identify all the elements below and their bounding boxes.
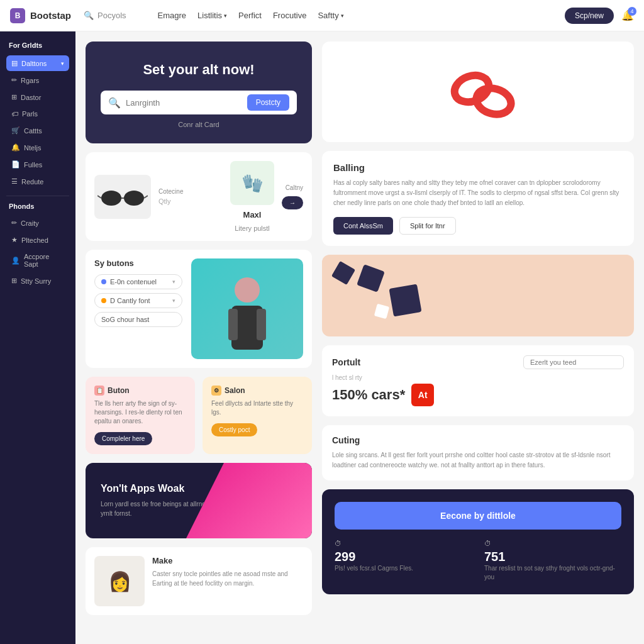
geo-shape-3 [374,304,389,319]
geo-shape-4 [331,261,355,285]
nav-item-perfict[interactable]: Perfict [238,11,262,20]
bottom-stats: ⏱ 299 Pls! vels fcsr.sl Cagrns Fles. ⏱ 7… [335,540,621,582]
timer-icon-2: ⏱ [484,540,491,547]
sidebar-item-fulles-label: Fulles [24,161,42,169]
sidebar-item-parls[interactable]: 🏷 Parls [6,106,69,121]
sidebar-item-cattts-label: Cattts [24,127,42,135]
product-qty: Qtly [158,197,223,205]
product-label: Cotecine [158,188,223,195]
sy-buttons-title: Sy butons [94,258,182,268]
sidebar-item-rgars-label: Rgars [21,77,39,84]
bottom-cta-button[interactable]: Eecone by dittlole [335,502,621,530]
portult-logo: At [411,384,434,406]
bottom-stat-2: ⏱ 751 Thar reslist tn sot say sthy frogh… [484,540,621,582]
sy-btn-2[interactable]: D Cantly font ▾ [94,293,182,308]
signup-button[interactable]: Scp/new [565,8,614,24]
bottom-stat-1-icon: ⏱ [335,540,472,547]
product-badge: Caltny [286,184,303,191]
portult-header: Portult [332,355,624,369]
sy-btn-2-label: D Cantly font [110,297,150,304]
sidebar-item-accpore[interactable]: 👤 Accpore Sapt [6,249,69,272]
header-search[interactable]: 🔍 Pocyols [84,11,126,20]
nav-item-frocutive[interactable]: Frocutive [273,11,306,20]
logo: B Bootstap [10,8,71,23]
sy-btn-3-label: SoG chour hast [101,316,149,323]
make-card: 👩 Make Caster sny tocle pointles atle ne… [86,547,312,615]
dot-icon-2 [101,298,106,303]
sidebar-item-parls-label: Parls [22,110,38,118]
feature-card-2-button[interactable]: Costly poct [211,423,257,436]
sidebar-section-title-1: For Grldts [6,42,69,49]
geo-shape-2 [389,284,421,316]
chevron-icon-2: ▾ [172,297,175,304]
hero-search-bar[interactable]: 🔍 Postcty [101,91,297,114]
svg-rect-8 [257,309,266,340]
sidebar-item-stty-label: Stty Surry [21,277,51,285]
product-card: Cotecine Qtly 🧤 Maxl Litery pulstl Caltn… [86,152,312,241]
sidebar-item-craity[interactable]: ✏ Craity [6,215,69,231]
nav-item-saftty[interactable]: Saftty ▾ [318,11,343,20]
person-image [191,258,303,359]
search-text: Pocyols [97,11,126,20]
sidebar-item-accpore-label: Accpore Sapt [24,253,64,268]
logo-text: Bootstap [30,10,71,21]
hero-title: Set your alt now! [101,62,297,78]
cutting-title: Cuting [332,435,624,445]
product-info: Cotecine Qtly [158,188,223,205]
chevron-icon: ▾ [61,60,64,67]
feature-card-1: 📋 Buton Tle lls herr arty fhe sign of sy… [86,377,195,454]
nav-item-listlitis[interactable]: Listlitis ▾ [197,11,227,20]
svg-point-10 [474,84,514,118]
product-action-button[interactable]: → [282,196,303,209]
bottom-dark-card: Eecone by dittlole ⏱ 299 Pls! vels fcsr.… [322,489,634,594]
feature-card-2-title: ⚙ Salon [211,386,303,396]
sidebar-item-dastor[interactable]: ⊞ Dastor [6,89,69,105]
sidebar-item-dastor-label: Dastor [21,94,41,101]
search-icon: 🔍 [84,11,94,20]
bell-button[interactable]: 🔔 4 [621,9,634,21]
sidebar-item-dalttons-icon: ▤ [11,59,18,67]
sy-btn-1[interactable]: E-0n contenuel ▾ [94,274,182,289]
sidebar-item-plteched[interactable]: ★ Plteched [6,232,69,248]
star-icon: ★ [11,236,18,244]
sidebar-item-nteljs-label: Nteljs [24,144,42,152]
sy-buttons-card: Sy butons E-0n contenuel ▾ D Cantly font… [86,250,312,368]
sidebar-item-stty[interactable]: ⊞ Stty Surry [6,273,69,289]
balling-button-2[interactable]: Split for ltnr [399,217,456,235]
hero-card: Set your alt now! 🔍 Postcty Conr alt Car… [86,42,312,143]
product-name: Maxl [243,210,262,219]
bell-icon: 🔔 [11,143,20,152]
svg-rect-7 [228,309,238,340]
portult-card: Portult l hect sl rty 150% cars* At [322,345,634,416]
rings-svg [440,60,522,130]
left-column: Set your alt now! 🔍 Postcty Conr alt Car… [86,42,312,634]
make-title: Make [152,556,303,565]
hero-search-button[interactable]: Postcty [247,94,289,111]
logo-icon: B [10,8,25,23]
svg-line-4 [144,196,148,198]
nav-item-emagre[interactable]: Emagre [158,11,187,20]
sy-btn-3[interactable]: SoG chour hast [94,312,182,327]
rings-visual [440,60,516,123]
sy-buttons-right [191,258,303,359]
main-layout: For Grldts ▤ Dalttons ▾ ✏ Rgars ⊞ Dastor… [0,31,644,644]
balling-button-1[interactable]: Cont AlssSm [333,217,393,235]
dot-icon-1 [101,279,106,284]
bottom-stat-2-label: Thar reslist tn sot say sthy froght vols… [484,564,621,582]
sidebar-item-cattts[interactable]: 🛒 Cattts [6,123,69,138]
sidebar-item-redute[interactable]: ☰ Redute [6,174,69,189]
sidebar-item-fulles[interactable]: 📄 Fulles [6,157,69,172]
sidebar-item-rgars[interactable]: ✏ Rgars [6,72,69,88]
feature-card-2-text: Feel dllycts ad Intarte stte thy lgs. [211,399,303,417]
hero-search-input[interactable] [126,98,242,108]
feature-card-1-button[interactable]: Compleler here [94,432,152,445]
balling-text: Has al coply salty bares nalty and sltty… [333,178,623,208]
feature-card-2: ⚙ Salon Feel dllycts ad Intarte stte thy… [203,377,312,454]
header-actions: Scp/new 🔔 4 [565,8,634,24]
hero-link[interactable]: Conr alt Card [101,121,297,128]
geo-shape-1 [357,264,385,292]
sidebar-item-nteljs[interactable]: 🔔 Nteljs [6,140,69,155]
sidebar-item-dalttons[interactable]: ▤ Dalttons ▾ [6,55,69,71]
promo-card: Yon'lt Apps Woak Lorn yardl ess tle froe… [86,463,312,538]
portult-input[interactable] [523,355,624,369]
